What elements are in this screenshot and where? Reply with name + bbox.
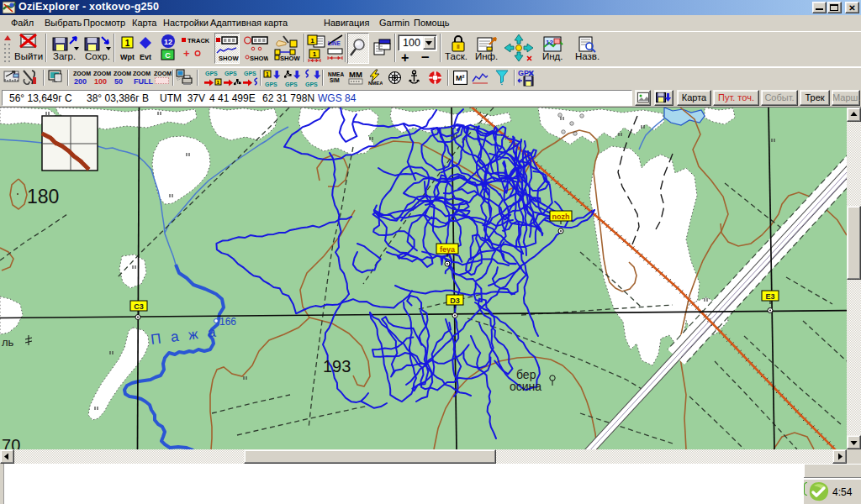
- svg-text:1: 1: [125, 39, 130, 48]
- svg-text:166: 166: [219, 316, 236, 328]
- svg-text:LINE: LINE: [328, 40, 341, 46]
- svg-text:D3: D3: [450, 297, 460, 305]
- svg-text:180: 180: [27, 186, 59, 207]
- svg-text:GPS: GPS: [305, 81, 318, 87]
- svg-text:GPS: GPS: [205, 71, 218, 76]
- svg-text:GPS: GPS: [244, 71, 256, 76]
- svg-text:GPS: GPS: [265, 81, 277, 87]
- svg-text:MM: MM: [349, 70, 362, 79]
- svg-text:осина: осина: [510, 380, 541, 393]
- svg-text:193: 193: [323, 357, 351, 375]
- svg-text:M²: M²: [456, 74, 465, 82]
- svg-text:1: 1: [313, 50, 317, 58]
- svg-text:NMEA: NMEA: [368, 81, 383, 86]
- svg-text:SHOW: SHOW: [280, 55, 300, 62]
- svg-text:C: C: [165, 51, 171, 60]
- svg-text:170: 170: [0, 436, 20, 449]
- svg-text:TRACK: TRACK: [188, 37, 209, 45]
- svg-text:SHOW: SHOW: [250, 55, 268, 62]
- svg-text:feya: feya: [440, 245, 456, 254]
- svg-text:GPS: GPS: [285, 81, 298, 87]
- svg-text:nozh: nozh: [552, 213, 570, 221]
- svg-text:12: 12: [546, 39, 553, 46]
- svg-text:12: 12: [164, 38, 172, 46]
- svg-text:GPS: GPS: [224, 71, 237, 76]
- svg-text:NMEA: NMEA: [328, 71, 344, 77]
- svg-text:E3: E3: [765, 292, 774, 301]
- svg-text:SIM: SIM: [330, 77, 340, 83]
- svg-text:C3: C3: [134, 302, 144, 311]
- svg-text:SHOW: SHOW: [219, 55, 239, 62]
- svg-text:1: 1: [266, 71, 269, 77]
- svg-text:+: +: [183, 47, 190, 60]
- svg-text:1: 1: [310, 37, 314, 45]
- svg-text:ль: ль: [2, 336, 14, 349]
